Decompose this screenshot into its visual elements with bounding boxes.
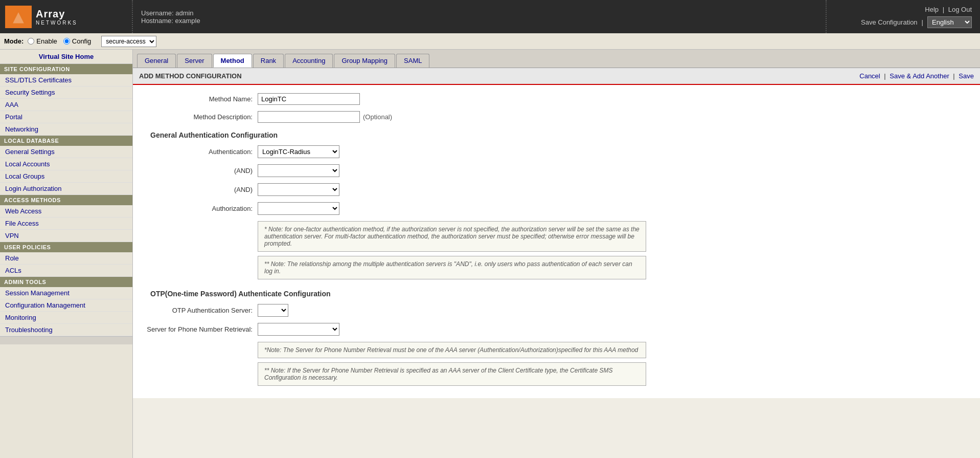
content-area: General Server Method Rank Accounting Gr… xyxy=(133,50,980,458)
cancel-link[interactable]: Cancel xyxy=(859,72,880,80)
sidebar-item-vpn[interactable]: VPN xyxy=(0,230,132,242)
save-link[interactable]: Save xyxy=(959,72,974,80)
logo-box xyxy=(5,6,32,28)
auth-label: Authentication: xyxy=(145,148,258,156)
top-header: Array NETWORKS Username: admin Hostname:… xyxy=(0,0,980,33)
and1-select[interactable] xyxy=(258,164,339,177)
sidebar-item-monitoring[interactable]: Monitoring xyxy=(0,312,132,324)
sidebar-section-header-site: SITE CONFIGURATION xyxy=(0,64,132,74)
otp-auth-select[interactable] xyxy=(258,304,288,317)
tab-accounting[interactable]: Accounting xyxy=(285,54,333,68)
auth-row: Authentication: LoginTC-Radius xyxy=(145,145,968,158)
sidebar-section-header-admin: ADMIN TOOLS xyxy=(0,277,132,287)
method-desc-label: Method Description: xyxy=(145,113,258,121)
and2-row: (AND) xyxy=(145,183,968,196)
sidebar-item-session-mgmt[interactable]: Session Management xyxy=(0,287,132,299)
sidebar-item-troubleshooting[interactable]: Troubleshooting xyxy=(0,324,132,336)
and2-label: (AND) xyxy=(145,186,258,193)
otp-auth-label: OTP Authentication Server: xyxy=(145,307,258,314)
phone-retrieval-label: Server for Phone Number Retrieval: xyxy=(145,325,258,333)
sidebar-section-admin-tools: ADMIN TOOLS Session Management Configura… xyxy=(0,277,132,336)
sidebar-item-general-settings[interactable]: General Settings xyxy=(0,146,132,158)
authorization-label: Authorization: xyxy=(145,205,258,212)
logout-link[interactable]: Log Out xyxy=(948,6,972,13)
and2-select[interactable] xyxy=(258,183,339,196)
main-layout: Virtual Site Home SITE CONFIGURATION SSL… xyxy=(0,50,980,458)
sidebar-home[interactable]: Virtual Site Home xyxy=(0,50,132,64)
and1-label: (AND) xyxy=(145,167,258,175)
sidebar-item-login-auth[interactable]: Login Authorization xyxy=(0,183,132,195)
config-label: Config xyxy=(72,37,92,45)
sidebar-item-aaa[interactable]: AAA xyxy=(0,99,132,111)
optional-text: (Optional) xyxy=(363,113,392,121)
enable-radio[interactable] xyxy=(28,38,34,45)
phone-retrieval-row: Server for Phone Number Retrieval: xyxy=(145,323,968,336)
tabs-row: General Server Method Rank Accounting Gr… xyxy=(133,50,980,68)
sidebar-item-networking[interactable]: Networking xyxy=(0,123,132,136)
form-actions: Cancel | Save & Add Another | Save xyxy=(859,72,974,80)
sidebar-scrollbar[interactable] xyxy=(0,336,132,344)
save-add-link[interactable]: Save & Add Another xyxy=(890,72,949,80)
logo-text: Array NETWORKS xyxy=(36,8,78,26)
header-top-links: Help | Log Out xyxy=(925,6,972,13)
sidebar-item-web-access[interactable]: Web Access xyxy=(0,205,132,217)
sidebar-item-local-accounts[interactable]: Local Accounts xyxy=(0,158,132,170)
config-radio[interactable] xyxy=(63,38,70,45)
note1-box: * Note: for one-factor authentication me… xyxy=(258,221,646,252)
tab-saml[interactable]: SAML xyxy=(396,54,429,68)
sidebar-item-file-access[interactable]: File Access xyxy=(0,217,132,230)
tab-group-mapping[interactable]: Group Mapping xyxy=(334,54,395,68)
sidebar-item-ssl[interactable]: SSL/DTLS Certificates xyxy=(0,74,132,86)
language-select[interactable]: English Chinese Japanese xyxy=(927,16,972,28)
general-auth-title: General Authentication Configuration xyxy=(145,131,968,139)
method-desc-input[interactable] xyxy=(258,111,360,123)
tab-method[interactable]: Method xyxy=(213,54,252,68)
sidebar-item-local-groups[interactable]: Local Groups xyxy=(0,170,132,183)
auth-select[interactable]: LoginTC-Radius xyxy=(258,145,339,158)
form-header: ADD METHOD CONFIGURATION Cancel | Save &… xyxy=(133,68,980,85)
header-right: Help | Log Out Save Configuration | Engl… xyxy=(827,0,980,33)
sidebar-section-header-access: ACCESS METHODS xyxy=(0,195,132,205)
and1-row: (AND) xyxy=(145,164,968,177)
enable-radio-item[interactable]: Enable xyxy=(28,37,57,45)
otp-note2-box: ** Note: If the Server for Phone Number … xyxy=(258,362,646,386)
save-config-link[interactable]: Save Configuration xyxy=(861,18,918,26)
otp-auth-row: OTP Authentication Server: xyxy=(145,304,968,317)
sidebar-section-header-local: LOCAL DATABASE xyxy=(0,136,132,146)
sidebar-item-config-mgmt[interactable]: Configuration Management xyxy=(0,299,132,312)
sidebar-item-portal[interactable]: Portal xyxy=(0,111,132,123)
hostname-display: Hostname: example xyxy=(141,17,817,25)
sidebar-item-role[interactable]: Role xyxy=(0,252,132,265)
help-link[interactable]: Help xyxy=(925,6,939,13)
logo-array: Array xyxy=(36,8,78,20)
form-content: ADD METHOD CONFIGURATION Cancel | Save &… xyxy=(133,68,980,398)
otp-note1-box: *Note: The Server for Phone Number Retri… xyxy=(258,342,646,358)
mode-dropdown[interactable]: secure-access xyxy=(101,36,156,47)
header-save-row: Save Configuration | English Chinese Jap… xyxy=(861,16,972,28)
tab-rank[interactable]: Rank xyxy=(253,54,284,68)
tab-general[interactable]: General xyxy=(137,54,176,68)
mode-label: Mode: xyxy=(4,37,24,45)
username-display: Username: admin xyxy=(141,9,817,17)
method-name-row: Method Name: xyxy=(145,93,968,105)
config-radio-item[interactable]: Config xyxy=(63,37,92,45)
array-logo-icon xyxy=(9,8,28,26)
sidebar-section-header-user: USER POLICIES xyxy=(0,242,132,252)
form-body: Method Name: Method Description: (Option… xyxy=(133,85,980,398)
form-title: ADD METHOD CONFIGURATION xyxy=(139,72,242,80)
mode-bar: Mode: Enable Config secure-access xyxy=(0,33,980,50)
sidebar-item-acls[interactable]: ACLs xyxy=(0,265,132,277)
authorization-select[interactable] xyxy=(258,202,339,215)
note2-box: ** Note: The relationship among the mult… xyxy=(258,256,646,279)
method-name-label: Method Name: xyxy=(145,95,258,103)
enable-label: Enable xyxy=(36,37,57,45)
sidebar-section-access-methods: ACCESS METHODS Web Access File Access VP… xyxy=(0,195,132,242)
logo-networks: NETWORKS xyxy=(36,20,78,26)
authorization-row: Authorization: xyxy=(145,202,968,215)
sidebar-item-security[interactable]: Security Settings xyxy=(0,86,132,99)
method-name-input[interactable] xyxy=(258,93,360,105)
phone-retrieval-select[interactable] xyxy=(258,323,339,336)
sidebar-section-local-db: LOCAL DATABASE General Settings Local Ac… xyxy=(0,136,132,195)
otp-title: OTP(One-time Password) Authenticate Conf… xyxy=(145,290,968,298)
tab-server[interactable]: Server xyxy=(177,54,212,68)
